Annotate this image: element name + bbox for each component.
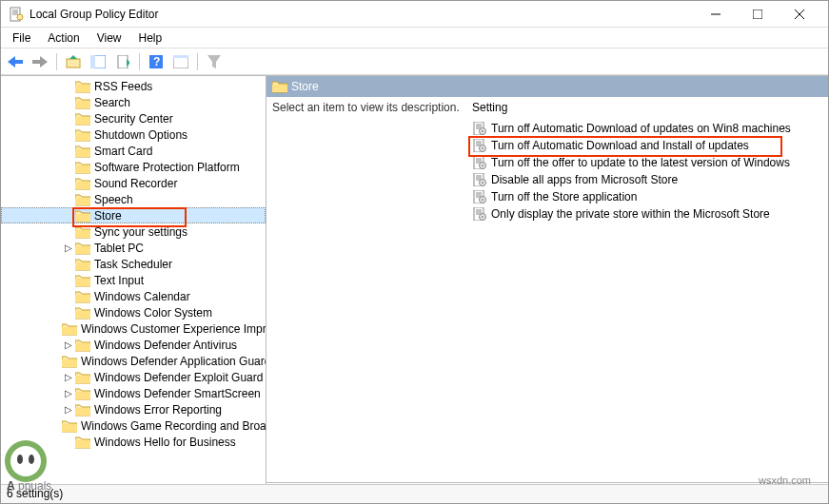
setting-row[interactable]: Turn off the offer to update to the late… (466, 154, 828, 171)
setting-row[interactable]: Turn off the Store application (466, 188, 828, 205)
details-panel: Store Select an item to view its descrip… (266, 76, 828, 503)
svg-rect-49 (75, 295, 90, 302)
toolbar-separator (56, 53, 57, 70)
svg-rect-11 (67, 59, 80, 68)
back-button[interactable] (5, 51, 26, 72)
arrow-left-icon (8, 56, 23, 68)
menu-action[interactable]: Action (40, 29, 87, 46)
tree-item[interactable]: Shutdown Options (1, 126, 266, 143)
tree-item[interactable]: ▷Windows Defender Exploit Guard (1, 369, 266, 385)
expander-icon[interactable]: ▷ (62, 242, 75, 255)
svg-rect-53 (62, 327, 77, 335)
tree-item[interactable]: Windows Customer Experience Improvement … (1, 320, 266, 337)
tree-item[interactable]: Windows Calendar (1, 288, 266, 304)
setting-row[interactable]: Turn off Automatic Download of updates o… (466, 120, 828, 137)
policy-icon (472, 139, 487, 152)
minimize-button[interactable] (695, 5, 737, 24)
tree-panel[interactable]: RSS FeedsSearchSecurity CenterShutdown O… (1, 76, 266, 503)
tree-item[interactable]: Windows Hello for Business (1, 434, 266, 450)
svg-rect-51 (75, 311, 90, 319)
tree-item[interactable]: ▷Windows Defender SmartScreen (1, 385, 266, 401)
tree-item[interactable]: ▷Windows Defender Antivirus (1, 337, 266, 353)
settings-list[interactable]: Setting Turn off Automatic Download of u… (466, 97, 828, 482)
tree-item-label: Speech (94, 193, 133, 206)
tree-item-label: Tablet PC (94, 242, 144, 255)
tree-item[interactable]: Windows Color System (1, 304, 266, 320)
tree-item[interactable]: ▷Tablet PC (1, 240, 266, 256)
menu-file[interactable]: File (5, 29, 38, 46)
tree-item[interactable]: Text Input (1, 272, 266, 288)
expander-placeholder (62, 193, 75, 206)
svg-rect-14 (90, 55, 95, 68)
maximize-button[interactable] (737, 5, 779, 24)
svg-rect-27 (75, 117, 90, 125)
expander-placeholder (62, 225, 75, 239)
tree-item-label: Software Protection Platform (94, 161, 240, 174)
expander-icon[interactable]: ▷ (62, 371, 75, 384)
menu-view[interactable]: View (89, 29, 129, 46)
status-text: 6 setting(s) (7, 487, 63, 500)
folder-icon (75, 161, 90, 174)
svg-marker-10 (32, 56, 48, 68)
svg-point-93 (482, 182, 484, 184)
tree-item[interactable]: Sound Recorder (1, 175, 266, 191)
policy-icon (472, 122, 487, 135)
up-button[interactable] (63, 51, 84, 72)
tree-item-label: Sync your settings (94, 225, 188, 239)
tree-item[interactable]: Search (1, 94, 266, 110)
folder-icon (75, 225, 90, 239)
tree-item-label: Sound Recorder (94, 177, 177, 190)
menu-help[interactable]: Help (131, 29, 170, 46)
svg-rect-23 (75, 85, 90, 92)
expander-icon[interactable]: ▷ (62, 339, 75, 352)
tree-item-label: Windows Error Reporting (94, 403, 222, 417)
svg-text:?: ? (153, 55, 160, 68)
setting-label: Turn off the Store application (491, 190, 637, 204)
tree-item-label: Windows Color System (94, 306, 212, 320)
filter-button[interactable] (204, 51, 225, 72)
svg-rect-29 (75, 133, 90, 141)
forward-button[interactable] (30, 51, 50, 72)
tree-item[interactable]: ▷Windows Error Reporting (1, 401, 266, 417)
setting-row[interactable]: Turn off Automatic Download and Install … (466, 137, 828, 154)
setting-label: Turn off Automatic Download of updates o… (491, 122, 791, 135)
properties-button[interactable] (170, 51, 191, 72)
expander-placeholder (62, 436, 75, 449)
svg-point-87 (482, 165, 484, 166)
tree-item[interactable]: Task Scheduler (1, 256, 266, 272)
tree-item[interactable]: Windows Defender Application Guard (1, 353, 266, 369)
tree-item-label: RSS Feeds (94, 80, 152, 93)
close-button[interactable] (779, 5, 820, 24)
tree-item-label: Shutdown Options (94, 128, 188, 142)
folder-icon (75, 339, 90, 352)
folder-icon (62, 322, 77, 336)
setting-label: Turn off the offer to update to the late… (491, 156, 790, 169)
tree-item[interactable]: Speech (1, 191, 266, 207)
tree-item[interactable]: Sync your settings (1, 223, 266, 240)
svg-rect-41 (75, 230, 90, 238)
show-hide-tree-button[interactable] (88, 51, 109, 72)
folder-icon (75, 371, 90, 384)
settings-column-header[interactable]: Setting (466, 97, 828, 118)
svg-rect-33 (75, 165, 90, 173)
svg-point-4 (17, 14, 23, 20)
tree-item[interactable]: RSS Feeds (1, 78, 266, 94)
tree-item[interactable]: Smart Card (1, 143, 266, 159)
setting-row[interactable]: Disable all apps from Microsoft Store (466, 171, 828, 188)
app-icon (9, 7, 24, 22)
export-button[interactable] (112, 51, 133, 72)
help-button[interactable]: ? (146, 51, 167, 72)
expander-icon[interactable]: ▷ (62, 387, 75, 400)
tree-item[interactable]: Security Center (1, 110, 266, 126)
tree-item-label: Windows Defender SmartScreen (94, 387, 261, 400)
svg-rect-47 (75, 279, 90, 286)
folder-icon (75, 274, 90, 287)
tree-item[interactable]: Windows Game Recording and Broadcasting (1, 417, 266, 434)
setting-row[interactable]: Only display the private store within th… (466, 205, 828, 223)
tree-item[interactable]: Software Protection Platform (1, 159, 266, 175)
tree-item[interactable]: Store (1, 207, 266, 223)
expander-placeholder (62, 112, 75, 126)
expander-placeholder (62, 258, 75, 271)
expander-icon[interactable]: ▷ (62, 403, 75, 417)
folder-icon (75, 128, 90, 142)
